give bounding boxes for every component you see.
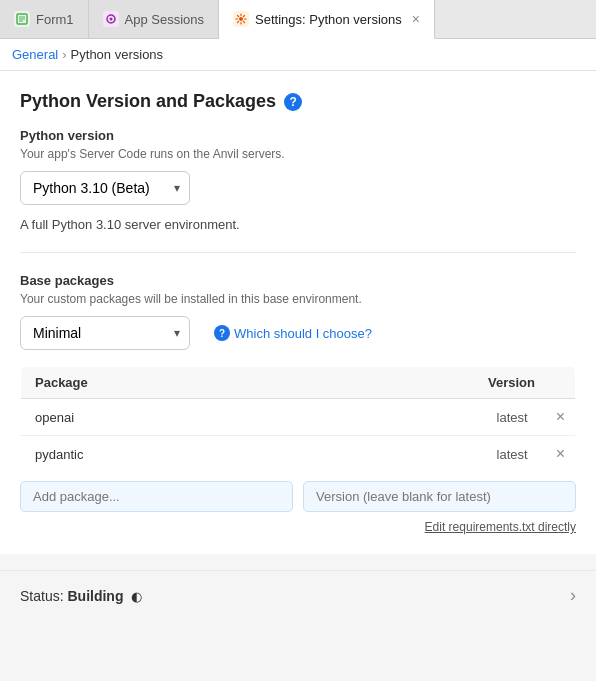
packages-table: Package Version openai latest × pydantic… — [20, 366, 576, 473]
tab-form1[interactable]: Form1 — [0, 0, 89, 38]
section-divider — [20, 252, 576, 253]
edit-requirements-link[interactable]: Edit requirements.txt directly — [425, 520, 576, 534]
tab-app-sessions[interactable]: App Sessions — [89, 0, 220, 38]
python-version-label: Python version — [20, 128, 576, 143]
form-icon — [14, 11, 30, 27]
col-version-header: Version — [305, 367, 576, 399]
remove-package-cell: × — [542, 399, 576, 436]
which-help-icon: ? — [214, 325, 230, 341]
add-version-input[interactable] — [303, 481, 576, 512]
package-version: latest — [305, 399, 542, 436]
remove-package-button[interactable]: × — [556, 409, 565, 425]
section-help-icon[interactable]: ? — [284, 93, 302, 111]
tab-app-sessions-label: App Sessions — [125, 12, 205, 27]
add-package-row — [20, 481, 576, 512]
base-packages-select[interactable]: Minimal Full — [20, 316, 190, 350]
base-packages-label: Base packages — [20, 273, 576, 288]
sessions-icon — [103, 11, 119, 27]
table-row: openai latest × — [21, 399, 576, 436]
python-version-field: Python version Your app's Server Code ru… — [20, 128, 576, 205]
remove-package-cell: × — [542, 436, 576, 473]
svg-point-5 — [109, 18, 112, 21]
breadcrumb: General › Python versions — [0, 39, 596, 71]
status-chevron-icon: › — [570, 585, 576, 606]
section-title: Python Version and Packages ? — [20, 91, 576, 112]
which-to-choose-link[interactable]: ? Which should I choose? — [202, 325, 372, 341]
python-version-select[interactable]: Python 3.10 (Beta) Python 3.9 Python 3.8 — [20, 171, 190, 205]
python-version-select-wrapper: Python 3.10 (Beta) Python 3.9 Python 3.8… — [20, 171, 190, 205]
remove-package-button[interactable]: × — [556, 446, 565, 462]
table-row: pydantic latest × — [21, 436, 576, 473]
base-packages-row: Minimal Full ▾ ? Which should I choose? — [20, 316, 576, 350]
package-name: openai — [21, 399, 305, 436]
settings-icon — [233, 11, 249, 27]
package-version: latest — [305, 436, 542, 473]
base-packages-select-wrapper: Minimal Full ▾ — [20, 316, 190, 350]
breadcrumb-separator: › — [62, 47, 66, 62]
breadcrumb-parent[interactable]: General — [12, 47, 58, 62]
tab-settings-python-label: Settings: Python versions — [255, 12, 402, 27]
add-package-input[interactable] — [20, 481, 293, 512]
status-text: Status: Building ◐ — [20, 588, 142, 604]
base-packages-desc: Your custom packages will be installed i… — [20, 292, 576, 306]
tab-form1-label: Form1 — [36, 12, 74, 27]
python-info-text: A full Python 3.10 server environment. — [20, 217, 576, 232]
main-content: Python Version and Packages ? Python ver… — [0, 71, 596, 554]
status-bar[interactable]: Status: Building ◐ › — [0, 570, 596, 620]
breadcrumb-current: Python versions — [71, 47, 164, 62]
status-state: Building — [67, 588, 123, 604]
tab-close-icon[interactable]: × — [412, 12, 420, 26]
status-prefix: Status: — [20, 588, 64, 604]
tab-settings-python[interactable]: Settings: Python versions × — [219, 0, 435, 39]
base-packages-section: Base packages Your custom packages will … — [20, 273, 576, 350]
edit-requirements-link-container: Edit requirements.txt directly — [20, 520, 576, 534]
svg-point-6 — [239, 17, 243, 21]
tab-bar: Form1 App Sessions Settings: Python vers… — [0, 0, 596, 39]
which-to-choose-label: Which should I choose? — [234, 326, 372, 341]
python-version-desc: Your app's Server Code runs on the Anvil… — [20, 147, 576, 161]
spinner-icon: ◐ — [131, 589, 142, 604]
package-name: pydantic — [21, 436, 305, 473]
col-package-header: Package — [21, 367, 305, 399]
